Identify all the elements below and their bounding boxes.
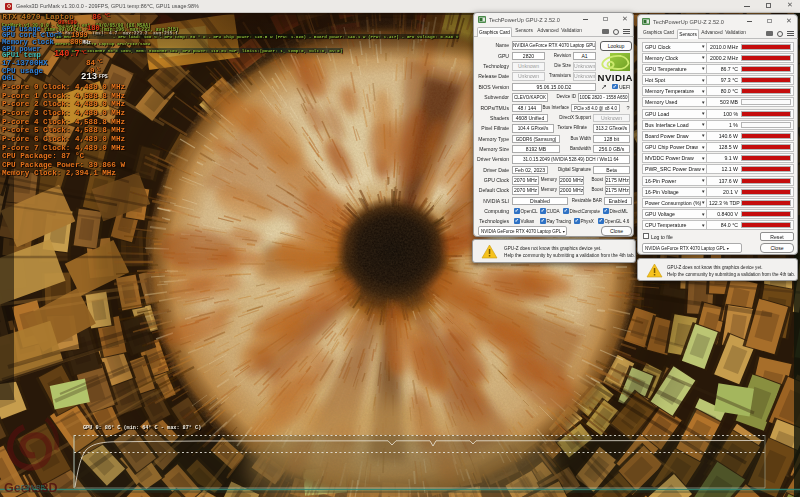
svg-text:GE3MoRB: GE3MoRB (16, 484, 45, 490)
svg-text:NVIDIA: NVIDIA (598, 72, 633, 83)
